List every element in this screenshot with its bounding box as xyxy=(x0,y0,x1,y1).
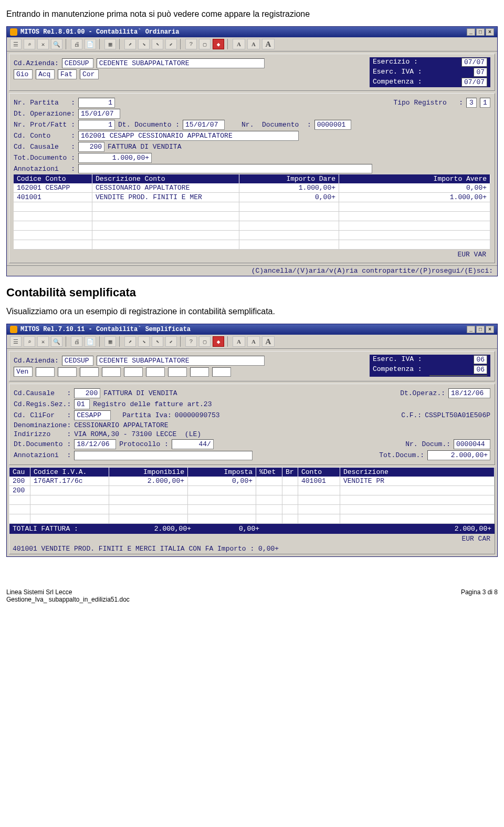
totdoc[interactable]: 2.000,00+ xyxy=(427,450,490,460)
tb-8[interactable]: ⬈ xyxy=(124,39,136,49)
tot-doc[interactable]: 1.000,00+ xyxy=(78,153,152,163)
font-small[interactable]: A xyxy=(233,336,245,347)
tb-11[interactable]: ⬋ xyxy=(165,39,177,49)
dt-op[interactable]: 18/12/06 xyxy=(448,388,490,398)
cd-conto[interactable]: 162001 CESAPP CESSIONARIO APPALTATORE xyxy=(78,131,299,141)
tb-12[interactable]: ▢ xyxy=(199,336,211,347)
tb-4[interactable]: 🔍 xyxy=(51,39,62,49)
eserciva-val[interactable]: 06 xyxy=(474,355,487,364)
dt-op[interactable]: 15/01/07 xyxy=(78,109,120,119)
seg-gio[interactable]: Gio xyxy=(14,69,33,79)
tipo-reg-lbl: Tipo Registro : xyxy=(393,99,463,107)
table-row[interactable] xyxy=(14,202,490,212)
font-med[interactable]: A xyxy=(247,39,260,49)
proto[interactable]: 44/ xyxy=(172,439,214,449)
nr-partita[interactable]: 1 xyxy=(78,98,115,108)
table-row[interactable] xyxy=(14,221,490,231)
annotazioni[interactable] xyxy=(78,164,372,173)
extra-val[interactable] xyxy=(429,375,487,376)
font-large[interactable]: A xyxy=(262,336,275,347)
font-small[interactable]: A xyxy=(233,39,245,49)
maximize-button[interactable]: □ xyxy=(476,28,485,36)
dtdoc[interactable]: 18/12/06 xyxy=(74,439,116,449)
table-row[interactable] xyxy=(9,514,495,524)
tb-11[interactable]: ⬋ xyxy=(165,336,177,347)
tb-3[interactable]: ✕ xyxy=(37,336,49,347)
seg-4[interactable] xyxy=(80,367,99,377)
table-row[interactable]: 200 xyxy=(9,486,495,495)
tb-10[interactable]: ⬉ xyxy=(152,39,163,49)
table-row[interactable]: 401001 VENDITE PROD. FINITI E MER 0,00+ … xyxy=(14,193,490,202)
close-button[interactable]: × xyxy=(486,28,494,36)
azienda-desc[interactable]: CEDENTE SUBAPPALTATORE xyxy=(97,356,265,366)
seg-6[interactable] xyxy=(124,367,143,377)
font-large[interactable]: A xyxy=(262,39,275,49)
cd-clifor[interactable]: CESAPP xyxy=(74,410,111,420)
seg-8[interactable] xyxy=(168,367,187,377)
minimize-button[interactable]: _ xyxy=(467,28,475,36)
eserciva-val[interactable]: 07 xyxy=(474,68,487,77)
table-row[interactable] xyxy=(14,240,490,250)
tb-6[interactable]: 📄 xyxy=(85,39,96,49)
nr-doc[interactable]: 0000001 xyxy=(314,120,351,130)
tb-9[interactable]: ⬊ xyxy=(138,336,150,347)
tb-1[interactable]: ☰ xyxy=(10,336,22,347)
tb-9[interactable]: ⬊ xyxy=(138,39,150,49)
tipo-reg-b[interactable]: 1 xyxy=(480,98,490,108)
close-button[interactable]: × xyxy=(486,326,494,333)
cd-regis[interactable]: 01 xyxy=(74,399,90,409)
seg-2[interactable] xyxy=(36,367,55,377)
tipo-reg-a[interactable]: 3 xyxy=(466,98,477,108)
hint-bar: (C)ancella/(V)aria/v(A)ria contropartite… xyxy=(7,265,497,276)
cd-cau[interactable]: 200 xyxy=(78,142,104,152)
azienda-desc[interactable]: CEDENTE SUBAPPALTATORE xyxy=(97,58,265,68)
esercizio-val[interactable]: 07/07 xyxy=(461,58,487,67)
seg-3[interactable] xyxy=(58,367,77,377)
table-row[interactable]: 200 176ART.17/6c 2.000,00+ 0,00+ 401001 … xyxy=(9,477,495,486)
tb-10[interactable]: ⬉ xyxy=(152,336,163,347)
nrdoc[interactable]: 0000044 xyxy=(454,439,490,449)
table-row[interactable] xyxy=(9,505,495,514)
seg-9[interactable] xyxy=(190,367,209,377)
table-row[interactable] xyxy=(14,231,490,240)
dt-doc[interactable]: 15/01/07 xyxy=(183,120,225,130)
azienda-code[interactable]: CEDSUP xyxy=(62,58,93,68)
azienda-code[interactable]: CEDSUP xyxy=(62,356,93,366)
seg-acq[interactable]: Acq xyxy=(36,69,55,79)
seg-ven[interactable]: Ven xyxy=(14,367,33,377)
extra-bar xyxy=(370,375,490,377)
tb-13[interactable]: ◆ xyxy=(213,39,224,49)
tb-3[interactable]: ✕ xyxy=(37,39,49,49)
table-row[interactable] xyxy=(9,495,495,505)
seg-10[interactable] xyxy=(212,367,231,377)
tb-help[interactable]: ? xyxy=(185,39,197,49)
nr-prot[interactable]: 1 xyxy=(78,120,115,130)
tb-help[interactable]: ? xyxy=(185,336,197,347)
competenza-val[interactable]: 06 xyxy=(474,365,487,374)
font-med[interactable]: A xyxy=(247,336,260,347)
tb-7[interactable]: ▦ xyxy=(104,336,116,347)
tb-5[interactable]: 🖨 xyxy=(71,336,82,347)
tb-12[interactable]: ▢ xyxy=(199,39,211,49)
seg-fat[interactable]: Fat xyxy=(58,69,77,79)
col-impo: Imposta xyxy=(188,468,256,477)
tb-6[interactable]: 📄 xyxy=(85,336,96,347)
tb-5[interactable]: 🖨 xyxy=(71,39,82,49)
cd-cau[interactable]: 200 xyxy=(74,388,100,398)
minimize-button[interactable]: _ xyxy=(467,326,475,333)
tb-7[interactable]: ▦ xyxy=(104,39,116,49)
seg-cor[interactable]: Cor xyxy=(80,69,99,79)
table-row[interactable] xyxy=(14,212,490,221)
seg-5[interactable] xyxy=(102,367,121,377)
maximize-button[interactable]: □ xyxy=(476,326,485,333)
table-row[interactable]: 162001 CESAPP CESSIONARIO APPALTATORE 1.… xyxy=(14,183,490,193)
annotazioni[interactable] xyxy=(74,451,253,460)
tb-4[interactable]: 🔍 xyxy=(51,336,62,347)
competenza-val[interactable]: 07/07 xyxy=(461,78,487,87)
tb-1[interactable]: ☰ xyxy=(10,39,22,49)
tb-13[interactable]: ◆ xyxy=(213,336,224,347)
seg-7[interactable] xyxy=(146,367,165,377)
tb-8[interactable]: ⬈ xyxy=(124,336,136,347)
tb-2[interactable]: ⌕ xyxy=(24,39,35,49)
tb-2[interactable]: ⌕ xyxy=(24,336,35,347)
